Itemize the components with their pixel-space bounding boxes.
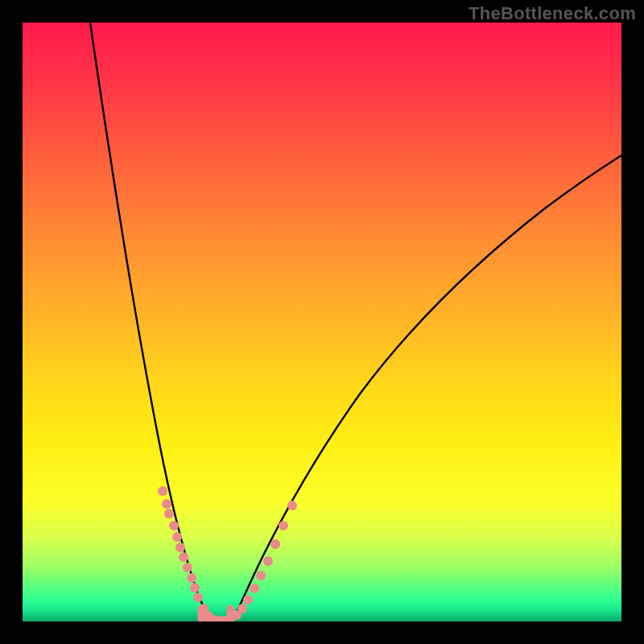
svg-point-17 xyxy=(243,595,253,605)
svg-point-0 xyxy=(158,486,167,496)
svg-point-2 xyxy=(164,509,174,518)
svg-point-20 xyxy=(263,556,273,566)
plot-area xyxy=(23,23,621,621)
svg-point-8 xyxy=(187,573,196,583)
svg-point-4 xyxy=(172,532,182,542)
watermark-text: TheBottleneck.com xyxy=(469,3,636,24)
svg-point-6 xyxy=(179,552,188,562)
svg-point-1 xyxy=(162,499,171,509)
svg-point-18 xyxy=(250,584,259,593)
svg-point-3 xyxy=(169,521,179,530)
svg-point-22 xyxy=(279,521,288,530)
svg-point-16 xyxy=(237,604,247,613)
svg-point-9 xyxy=(190,583,200,592)
chart-svg xyxy=(23,23,621,621)
svg-point-7 xyxy=(183,563,192,572)
svg-point-21 xyxy=(270,539,280,549)
svg-point-19 xyxy=(256,571,266,580)
dot-band-left xyxy=(158,486,220,621)
svg-point-5 xyxy=(175,543,185,552)
svg-point-23 xyxy=(287,501,297,510)
chart-frame: TheBottleneck.com xyxy=(0,0,644,644)
right-curve xyxy=(232,155,621,621)
left-curve xyxy=(90,23,213,621)
svg-point-10 xyxy=(193,592,203,602)
